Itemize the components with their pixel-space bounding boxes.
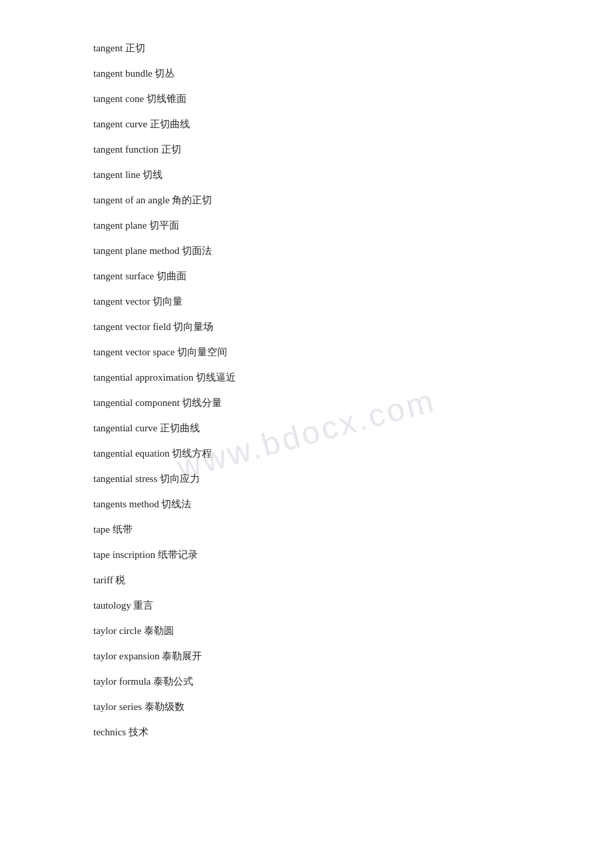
term-chinese: 重言: [133, 600, 153, 611]
term-english: taylor formula: [93, 676, 151, 687]
list-item: tangential equation 切线方程: [93, 445, 520, 461]
term-chinese: 切线逼近: [196, 372, 236, 383]
term-chinese: 切线锥面: [147, 93, 187, 104]
list-item: tape inscription 纸带记录: [93, 547, 520, 563]
term-chinese: 切向量: [153, 296, 183, 307]
list-item: taylor expansion 泰勒展开: [93, 648, 520, 664]
term-chinese: 切面法: [182, 245, 212, 256]
term-english: tangent line: [93, 169, 140, 180]
term-english: tape: [93, 524, 110, 535]
term-english: tangent surface: [93, 271, 154, 281]
list-item: technics 技术: [93, 724, 520, 740]
term-chinese: 切向量场: [173, 321, 213, 332]
list-item: tangent vector space 切向量空间: [93, 344, 520, 360]
term-english: tangential approximation: [93, 372, 193, 383]
list-item: tangent curve 正切曲线: [93, 116, 520, 132]
term-english: technics: [93, 727, 126, 737]
term-chinese: 泰勒级数: [145, 701, 185, 712]
term-chinese: 税: [115, 575, 125, 585]
term-english: taylor series: [93, 701, 142, 712]
term-english: tangent plane method: [93, 245, 179, 256]
list-item: tangent of an angle 角的正切: [93, 192, 520, 208]
term-english: tangent vector field: [93, 321, 171, 332]
term-chinese: 正切曲线: [150, 119, 190, 129]
term-english: tangent of an angle: [93, 195, 170, 205]
list-item: tangent vector 切向量: [93, 293, 520, 309]
term-english: tangent plane: [93, 220, 147, 231]
term-english: tangential component: [93, 397, 180, 408]
term-chinese: 角的正切: [172, 195, 212, 205]
list-item: tangent plane method 切面法: [93, 243, 520, 259]
term-chinese: 切向应力: [160, 473, 200, 484]
term-english: tangent: [93, 43, 123, 53]
term-chinese: 切线: [143, 169, 163, 180]
list-item: tangent function 正切: [93, 141, 520, 157]
term-chinese: 切线分量: [182, 397, 222, 408]
terms-list: tangent 正切tangent bundle 切丛tangent cone …: [93, 40, 520, 740]
term-chinese: 切曲面: [157, 271, 187, 281]
term-english: tangent function: [93, 144, 159, 155]
list-item: tangent bundle 切丛: [93, 65, 520, 81]
term-chinese: 泰勒展开: [162, 651, 202, 661]
term-english: tangent vector space: [93, 347, 175, 357]
term-chinese: 切线法: [161, 499, 191, 509]
term-english: taylor circle: [93, 625, 141, 636]
list-item: tangents method 切线法: [93, 496, 520, 512]
term-chinese: 泰勒公式: [153, 676, 193, 687]
term-chinese: 正切曲线: [160, 423, 200, 433]
term-english: tangent curve: [93, 119, 147, 129]
list-item: tangent vector field 切向量场: [93, 319, 520, 335]
list-item: taylor circle 泰勒圆: [93, 623, 520, 639]
list-item: tangent plane 切平面: [93, 217, 520, 233]
list-item: taylor formula 泰勒公式: [93, 673, 520, 689]
list-item: tangent cone 切线锥面: [93, 91, 520, 107]
list-item: tangent surface 切曲面: [93, 268, 520, 284]
term-english: tangent cone: [93, 93, 144, 104]
term-chinese: 正切: [161, 144, 181, 155]
list-item: tangent line 切线: [93, 167, 520, 183]
list-item: tangent 正切: [93, 40, 520, 56]
term-chinese: 技术: [129, 727, 149, 737]
term-chinese: 切向量空间: [177, 347, 227, 357]
list-item: tariff 税: [93, 572, 520, 588]
term-english: tangents method: [93, 499, 159, 509]
list-item: tangential approximation 切线逼近: [93, 369, 520, 385]
term-english: tautology: [93, 600, 131, 611]
term-chinese: 纸带记录: [158, 549, 198, 560]
term-english: tangent bundle: [93, 68, 153, 79]
term-english: tape inscription: [93, 549, 155, 560]
term-chinese: 切线方程: [172, 448, 212, 459]
list-item: tangential stress 切向应力: [93, 471, 520, 487]
term-english: taylor expansion: [93, 651, 160, 661]
list-item: tangential curve 正切曲线: [93, 420, 520, 436]
term-english: tangential stress: [93, 473, 157, 484]
term-chinese: 纸带: [113, 524, 133, 535]
term-english: tangential equation: [93, 448, 170, 459]
term-chinese: 切丛: [155, 68, 175, 79]
term-chinese: 切平面: [149, 220, 179, 231]
term-english: tangent vector: [93, 296, 150, 307]
list-item: taylor series 泰勒级数: [93, 699, 520, 715]
term-english: tangential curve: [93, 423, 157, 433]
list-item: tautology 重言: [93, 597, 520, 613]
term-chinese: 泰勒圆: [144, 625, 174, 636]
list-item: tape 纸带: [93, 521, 520, 537]
term-chinese: 正切: [125, 43, 145, 53]
term-english: tariff: [93, 575, 113, 585]
list-item: tangential component 切线分量: [93, 395, 520, 411]
